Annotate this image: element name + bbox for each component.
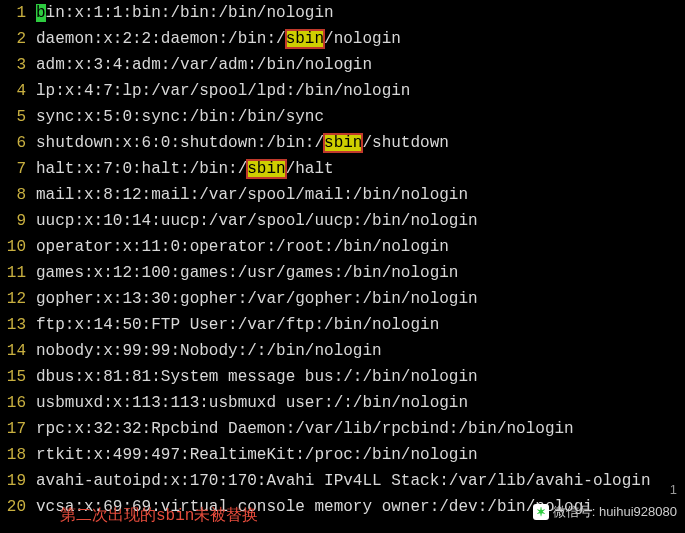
line-number: 17: [0, 416, 36, 442]
highlighted-sbin: sbin: [324, 134, 362, 152]
line-content: lp:x:4:7:lp:/var/spool/lpd:/bin/nologin: [36, 78, 685, 104]
line-content: ftp:x:14:50:FTP User:/var/ftp:/bin/nolog…: [36, 312, 685, 338]
code-line: 18rtkit:x:499:497:RealtimeKit:/proc:/bin…: [0, 442, 685, 468]
code-line: 19avahi-autoipd:x:170:170:Avahi IPv4LL S…: [0, 468, 685, 494]
line-content: gopher:x:13:30:gopher:/var/gopher:/bin/n…: [36, 286, 685, 312]
line-number: 19: [0, 468, 36, 494]
text-segment: rpc:x:32:32:Rpcbind Daemon:/var/lib/rpcb…: [36, 420, 574, 438]
text-segment: sync:x:5:0:sync:/bin:/bin/sync: [36, 108, 324, 126]
line-content: shutdown:x:6:0:shutdown:/bin:/sbin/shutd…: [36, 130, 685, 156]
line-number: 20: [0, 494, 36, 520]
code-line: 10operator:x:11:0:operator:/root:/bin/no…: [0, 234, 685, 260]
text-segment: nobody:x:99:99:Nobody:/:/bin/nologin: [36, 342, 382, 360]
code-line: 12gopher:x:13:30:gopher:/var/gopher:/bin…: [0, 286, 685, 312]
text-segment: uucp:x:10:14:uucp:/var/spool/uucp:/bin/n…: [36, 212, 478, 230]
text-segment: operator:x:11:0:operator:/root:/bin/nolo…: [36, 238, 449, 256]
text-segment: /shutdown: [362, 134, 448, 152]
text-segment: dbus:x:81:81:System message bus:/:/bin/n…: [36, 368, 478, 386]
code-line: 17rpc:x:32:32:Rpcbind Daemon:/var/lib/rp…: [0, 416, 685, 442]
code-line: 4lp:x:4:7:lp:/var/spool/lpd:/bin/nologin: [0, 78, 685, 104]
line-content: rtkit:x:499:497:RealtimeKit:/proc:/bin/n…: [36, 442, 685, 468]
wechat-icon: ✶: [533, 504, 549, 520]
line-number: 2: [0, 26, 36, 52]
watermark: ✶ 微信号: huihui928080: [533, 499, 677, 525]
line-number: 1: [0, 0, 36, 26]
line-number: 12: [0, 286, 36, 312]
text-segment: games:x:12:100:games:/usr/games:/bin/nol…: [36, 264, 458, 282]
line-number: 6: [0, 130, 36, 156]
line-content: nobody:x:99:99:Nobody:/:/bin/nologin: [36, 338, 685, 364]
text-segment: /halt: [286, 160, 334, 178]
code-line: 3adm:x:3:4:adm:/var/adm:/bin/nologin: [0, 52, 685, 78]
line-number: 14: [0, 338, 36, 364]
highlighted-sbin: sbin: [247, 160, 285, 178]
line-number: 16: [0, 390, 36, 416]
line-number: 8: [0, 182, 36, 208]
watermark-text: 微信号: huihui928080: [553, 499, 677, 525]
line-number: 9: [0, 208, 36, 234]
line-content: uucp:x:10:14:uucp:/var/spool/uucp:/bin/n…: [36, 208, 685, 234]
line-content: halt:x:7:0:halt:/bin:/sbin/halt: [36, 156, 685, 182]
line-content: dbus:x:81:81:System message bus:/:/bin/n…: [36, 364, 685, 390]
line-number: 13: [0, 312, 36, 338]
text-segment: shutdown:x:6:0:shutdown:/bin:/: [36, 134, 324, 152]
line-content: avahi-autoipd:x:170:170:Avahi IPv4LL Sta…: [36, 468, 685, 494]
code-line: 9uucp:x:10:14:uucp:/var/spool/uucp:/bin/…: [0, 208, 685, 234]
highlighted-sbin: sbin: [286, 30, 324, 48]
text-segment: mail:x:8:12:mail:/var/spool/mail:/bin/no…: [36, 186, 468, 204]
line-content: bin:x:1:1:bin:/bin:/bin/nologin: [36, 0, 685, 26]
text-segment: halt:x:7:0:halt:/bin:/: [36, 160, 247, 178]
line-number: 10: [0, 234, 36, 260]
line-number: 5: [0, 104, 36, 130]
line-content: games:x:12:100:games:/usr/games:/bin/nol…: [36, 260, 685, 286]
line-number: 15: [0, 364, 36, 390]
code-line: 7halt:x:7:0:halt:/bin:/sbin/halt: [0, 156, 685, 182]
code-line: 8mail:x:8:12:mail:/var/spool/mail:/bin/n…: [0, 182, 685, 208]
line-number: 11: [0, 260, 36, 286]
line-number: 4: [0, 78, 36, 104]
terminal-editor[interactable]: 1bin:x:1:1:bin:/bin:/bin/nologin2daemon:…: [0, 0, 685, 520]
line-content: operator:x:11:0:operator:/root:/bin/nolo…: [36, 234, 685, 260]
code-line: 15dbus:x:81:81:System message bus:/:/bin…: [0, 364, 685, 390]
text-segment: in:x:1:1:bin:/bin:/bin/nologin: [46, 4, 334, 22]
text-segment: daemon:x:2:2:daemon:/bin:/: [36, 30, 286, 48]
line-number: 3: [0, 52, 36, 78]
annotation-text: 第二次出现的sbin未被替换: [60, 503, 258, 529]
code-line: 2daemon:x:2:2:daemon:/bin:/sbin/nologin: [0, 26, 685, 52]
code-line: 5sync:x:5:0:sync:/bin:/bin/sync: [0, 104, 685, 130]
line-content: daemon:x:2:2:daemon:/bin:/sbin/nologin: [36, 26, 685, 52]
text-segment: usbmuxd:x:113:113:usbmuxd user:/:/bin/no…: [36, 394, 468, 412]
text-segment: lp:x:4:7:lp:/var/spool/lpd:/bin/nologin: [36, 82, 410, 100]
line-number: 18: [0, 442, 36, 468]
line-content: rpc:x:32:32:Rpcbind Daemon:/var/lib/rpcb…: [36, 416, 685, 442]
code-line: 11games:x:12:100:games:/usr/games:/bin/n…: [0, 260, 685, 286]
text-segment: rtkit:x:499:497:RealtimeKit:/proc:/bin/n…: [36, 446, 478, 464]
line-number: 7: [0, 156, 36, 182]
code-line: 16usbmuxd:x:113:113:usbmuxd user:/:/bin/…: [0, 390, 685, 416]
text-segment: /nologin: [324, 30, 401, 48]
cursor: b: [36, 4, 46, 22]
text-segment: adm:x:3:4:adm:/var/adm:/bin/nologin: [36, 56, 372, 74]
line-content: sync:x:5:0:sync:/bin:/bin/sync: [36, 104, 685, 130]
code-line: 6shutdown:x:6:0:shutdown:/bin:/sbin/shut…: [0, 130, 685, 156]
line-content: mail:x:8:12:mail:/var/spool/mail:/bin/no…: [36, 182, 685, 208]
line-content: usbmuxd:x:113:113:usbmuxd user:/:/bin/no…: [36, 390, 685, 416]
text-segment: gopher:x:13:30:gopher:/var/gopher:/bin/n…: [36, 290, 478, 308]
text-segment: ftp:x:14:50:FTP User:/var/ftp:/bin/nolog…: [36, 316, 439, 334]
code-line: 14nobody:x:99:99:Nobody:/:/bin/nologin: [0, 338, 685, 364]
text-segment: avahi-autoipd:x:170:170:Avahi IPv4LL Sta…: [36, 472, 651, 490]
line-content: adm:x:3:4:adm:/var/adm:/bin/nologin: [36, 52, 685, 78]
code-line: 13ftp:x:14:50:FTP User:/var/ftp:/bin/nol…: [0, 312, 685, 338]
code-line: 1bin:x:1:1:bin:/bin:/bin/nologin: [0, 0, 685, 26]
